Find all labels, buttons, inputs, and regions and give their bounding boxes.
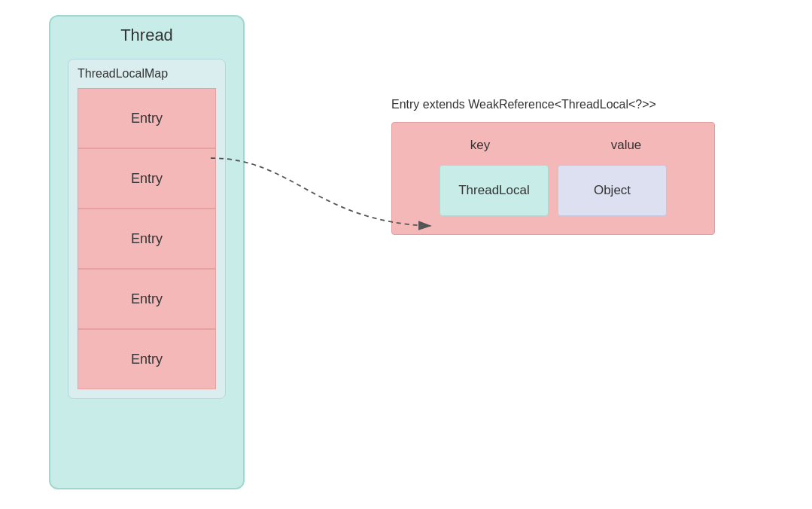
entry-label-2: Entry (131, 171, 163, 187)
entry-item-3: Entry (78, 209, 216, 269)
entry-extends-label: Entry extends WeakReference<ThreadLocal<… (391, 98, 715, 111)
entry-item-4: Entry (78, 269, 216, 329)
diagram-container: Thread ThreadLocalMap Entry Entry Entry … (0, 0, 812, 509)
key-column-label: key (427, 138, 533, 153)
entry-detail-container: Entry extends WeakReference<ThreadLocal<… (391, 98, 715, 235)
value-column-label: value (573, 138, 679, 153)
object-value-cell: Object (558, 165, 667, 216)
entry-label-3: Entry (131, 231, 163, 247)
threadlocal-key-cell: ThreadLocal (439, 165, 549, 216)
threadlocalmap-label: ThreadLocalMap (78, 67, 168, 81)
entry-detail-box: key value ThreadLocal Object (391, 122, 715, 235)
object-value-label: Object (594, 183, 631, 198)
entry-values-row: ThreadLocal Object (407, 165, 699, 216)
thread-label: Thread (120, 26, 173, 45)
entry-label-5: Entry (131, 352, 163, 367)
threadlocalmap-box: ThreadLocalMap Entry Entry Entry Entry E… (68, 59, 226, 399)
entry-list: Entry Entry Entry Entry Entry (78, 88, 216, 389)
entry-label-1: Entry (131, 111, 163, 126)
entry-label-4: Entry (131, 291, 163, 307)
threadlocal-key-label: ThreadLocal (458, 183, 530, 198)
entry-item-2: Entry (78, 148, 216, 209)
thread-box: Thread ThreadLocalMap Entry Entry Entry … (49, 15, 245, 489)
entry-columns: key value (407, 138, 699, 153)
entry-item-5: Entry (78, 329, 216, 389)
entry-item-1: Entry (78, 88, 216, 148)
